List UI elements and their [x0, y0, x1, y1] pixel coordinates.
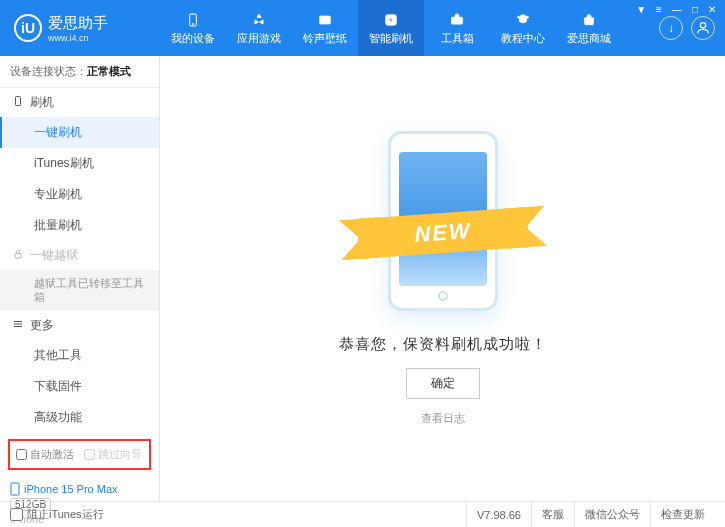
- auto-activate-checkbox[interactable]: 自动激活: [16, 447, 74, 462]
- gift-icon[interactable]: ▼: [633, 4, 649, 15]
- svg-rect-11: [11, 483, 19, 495]
- skip-guide-checkbox[interactable]: 跳过向导: [84, 447, 142, 462]
- update-link[interactable]: 检查更新: [650, 502, 715, 527]
- svg-rect-6: [16, 97, 21, 106]
- download-button[interactable]: ↓: [659, 16, 683, 40]
- confirm-button[interactable]: 确定: [406, 368, 480, 399]
- sidebar-item-0-3[interactable]: 批量刷机: [0, 210, 159, 241]
- sidebar-item-0-1[interactable]: iTunes刷机: [0, 148, 159, 179]
- phone-icon: [12, 95, 24, 110]
- tutorial-icon: [513, 11, 533, 29]
- sidebar-item-1-0: 越狱工具已转移至工具箱: [0, 270, 159, 311]
- nav-device[interactable]: 我的设备: [160, 0, 226, 56]
- svg-rect-4: [452, 17, 463, 24]
- sidebar-group-2[interactable]: 更多: [0, 311, 159, 340]
- app-header: iU 爱思助手 www.i4.cn 我的设备应用游戏铃声壁纸智能刷机工具箱教程中…: [0, 0, 725, 56]
- user-button[interactable]: [691, 16, 715, 40]
- nav-apps[interactable]: 应用游戏: [226, 0, 292, 56]
- new-banner: NEW: [356, 207, 528, 259]
- apps-icon: [249, 11, 269, 29]
- support-link[interactable]: 客服: [531, 502, 574, 527]
- sidebar-options: 自动激活 跳过向导: [8, 439, 151, 470]
- lock-icon: [12, 248, 24, 263]
- maximize-button[interactable]: □: [689, 4, 701, 15]
- nav-label: 教程中心: [501, 31, 545, 46]
- app-title: 爱思助手: [48, 14, 108, 33]
- settings-icon[interactable]: ≡: [653, 4, 665, 15]
- svg-rect-7: [15, 254, 21, 259]
- window-controls: ▼ ≡ — □ ✕: [633, 4, 719, 15]
- user-icon: [695, 20, 711, 36]
- nav-label: 智能刷机: [369, 31, 413, 46]
- toolbox-icon: [447, 11, 467, 29]
- sidebar-group-0[interactable]: 刷机: [0, 88, 159, 117]
- sidebar-item-2-2[interactable]: 高级功能: [0, 402, 159, 433]
- logo-icon: iU: [14, 14, 42, 42]
- sidebar-item-2-1[interactable]: 下载固件: [0, 371, 159, 402]
- nav-flash[interactable]: 智能刷机: [358, 0, 424, 56]
- nav-toolbox[interactable]: 工具箱: [424, 0, 490, 56]
- nav-label: 我的设备: [171, 31, 215, 46]
- store-icon: [579, 11, 599, 29]
- logo-area: iU 爱思助手 www.i4.cn: [0, 14, 160, 43]
- sidebar-group-1[interactable]: 一键越狱: [0, 241, 159, 270]
- svg-point-5: [700, 23, 705, 28]
- version-label: V7.98.66: [466, 502, 531, 527]
- svg-rect-2: [320, 16, 331, 24]
- svg-point-1: [192, 23, 193, 24]
- nav-label: 爱思商城: [567, 31, 611, 46]
- more-icon: [12, 318, 24, 333]
- nav-bar: 我的设备应用游戏铃声壁纸智能刷机工具箱教程中心爱思商城: [160, 0, 659, 56]
- connection-status: 设备连接状态：正常模式: [0, 56, 159, 88]
- close-button[interactable]: ✕: [705, 4, 719, 15]
- ringtone-icon: [315, 11, 335, 29]
- wechat-link[interactable]: 微信公众号: [574, 502, 650, 527]
- device-name[interactable]: iPhone 15 Pro Max: [10, 482, 149, 496]
- phone-icon: [10, 482, 20, 496]
- footer: 阻止iTunes运行 V7.98.66 客服 微信公众号 检查更新: [0, 501, 725, 527]
- main-content: NEW 恭喜您，保资料刷机成功啦！ 确定 查看日志: [160, 56, 725, 501]
- sidebar-item-0-2[interactable]: 专业刷机: [0, 179, 159, 210]
- minimize-button[interactable]: —: [669, 4, 685, 15]
- header-right: ↓: [659, 16, 725, 40]
- nav-label: 铃声壁纸: [303, 31, 347, 46]
- sidebar: 设备连接状态：正常模式 刷机一键刷机iTunes刷机专业刷机批量刷机一键越狱越狱…: [0, 56, 160, 501]
- nav-store[interactable]: 爱思商城: [556, 0, 622, 56]
- block-itunes-checkbox[interactable]: 阻止iTunes运行: [10, 507, 104, 522]
- flash-icon: [381, 11, 401, 29]
- sidebar-item-2-0[interactable]: 其他工具: [0, 340, 159, 371]
- nav-label: 应用游戏: [237, 31, 281, 46]
- nav-tutorial[interactable]: 教程中心: [490, 0, 556, 56]
- nav-ringtone[interactable]: 铃声壁纸: [292, 0, 358, 56]
- success-message: 恭喜您，保资料刷机成功啦！: [339, 335, 547, 354]
- device-icon: [183, 11, 203, 29]
- nav-label: 工具箱: [441, 31, 474, 46]
- app-site: www.i4.cn: [48, 33, 108, 43]
- phone-illustration: NEW: [378, 131, 508, 311]
- sidebar-item-0-0[interactable]: 一键刷机: [0, 117, 159, 148]
- view-log-link[interactable]: 查看日志: [421, 411, 465, 426]
